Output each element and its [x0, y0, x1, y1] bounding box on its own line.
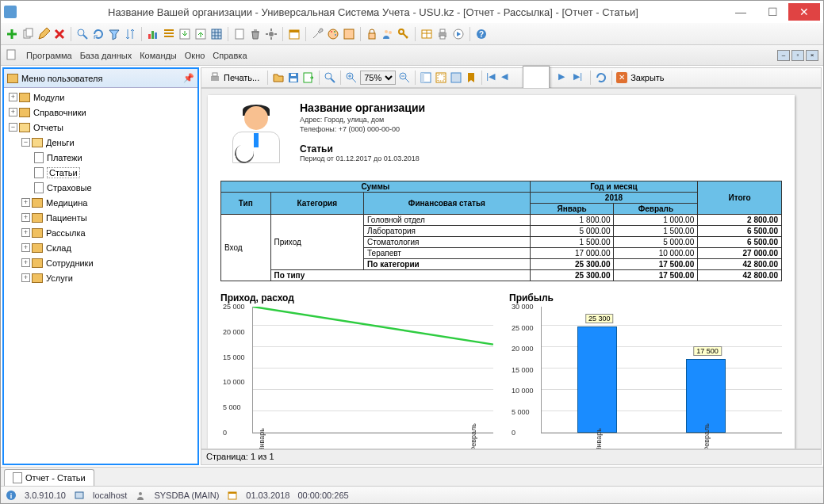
save-icon[interactable] [287, 71, 300, 84]
settings-icon[interactable] [265, 28, 278, 40]
lock-icon[interactable] [366, 28, 378, 40]
expand-icon[interactable]: + [9, 93, 17, 101]
users-icon[interactable] [381, 28, 394, 40]
trash-icon[interactable] [249, 28, 262, 40]
status-bar: i 3.0.910.10 localhost SYSDBA (MAIN) 01.… [1, 486, 823, 503]
tree-reports[interactable]: −Отчеты [6, 120, 196, 135]
tools-icon[interactable] [311, 28, 324, 40]
tree-mailing[interactable]: +Рассылка [6, 225, 196, 240]
tree-payments[interactable]: Платежи [6, 150, 196, 165]
menu-help[interactable]: Справка [213, 51, 247, 60]
sidebar-header: Меню пользователя 📌 [4, 69, 197, 88]
refresh-icon[interactable] [92, 28, 105, 40]
palette-icon[interactable] [327, 28, 339, 40]
refresh-report-icon[interactable] [595, 71, 607, 84]
chart-icon[interactable] [147, 28, 159, 40]
tree-services[interactable]: +Услуги [6, 270, 196, 285]
minimize-button[interactable]: — [725, 3, 757, 21]
expand-icon[interactable]: + [21, 273, 30, 282]
zoom-out-icon[interactable] [398, 71, 411, 84]
expand-icon[interactable]: + [9, 108, 17, 116]
report-viewport[interactable]: Название организации Адрес: Город, улица… [201, 88, 822, 449]
import-icon[interactable] [194, 28, 207, 40]
tree-medicine[interactable]: +Медицина [6, 195, 196, 210]
line-chart: Приход, расход 0 5 000 10 000 15 000 20 … [220, 292, 493, 433]
bookmarks-icon[interactable] [465, 71, 477, 84]
svg-rect-1 [26, 29, 33, 36]
folder-open-icon [32, 138, 43, 147]
zoom-icon[interactable] [345, 71, 358, 84]
view-icon[interactable] [450, 71, 462, 84]
expand-icon[interactable]: + [21, 243, 30, 252]
tree-staff[interactable]: +Сотрудники [6, 255, 196, 270]
expand-icon[interactable]: + [21, 198, 30, 207]
layout-icon[interactable] [420, 71, 432, 84]
search-icon[interactable] [76, 28, 89, 40]
tree-articles[interactable]: Статьи [6, 165, 196, 180]
mdi-restore-button[interactable]: ▫ [791, 50, 804, 61]
svg-rect-31 [213, 73, 217, 76]
copy-icon[interactable] [21, 28, 34, 40]
svg-rect-43 [451, 73, 461, 82]
tree-refs[interactable]: +Справочники [6, 105, 196, 120]
menu-commands[interactable]: Команды [140, 51, 177, 60]
tree-warehouse[interactable]: +Склад [6, 240, 196, 255]
margins-icon[interactable] [435, 71, 447, 84]
tab-report-articles[interactable]: Отчет - Статьи [4, 469, 94, 486]
filter-icon[interactable] [108, 28, 121, 40]
help-icon[interactable]: ? [475, 28, 488, 40]
svg-rect-5 [155, 32, 157, 39]
design-icon[interactable] [343, 28, 355, 40]
tree-money[interactable]: −Деньги [6, 135, 196, 150]
svg-rect-46 [75, 492, 83, 498]
svg-point-10 [269, 32, 274, 36]
expand-icon[interactable]: + [21, 228, 30, 237]
mdi-close-button[interactable]: × [806, 50, 818, 61]
export-icon[interactable] [178, 28, 191, 40]
close-report-button[interactable]: ✕Закрыть [616, 72, 664, 83]
key-icon[interactable] [397, 28, 410, 40]
export-icon[interactable] [302, 71, 315, 84]
play-icon[interactable] [452, 28, 465, 40]
print-button[interactable]: Печать... [205, 69, 263, 86]
close-button[interactable]: ✕ [788, 3, 820, 21]
add-icon[interactable] [6, 28, 18, 40]
bar [577, 326, 617, 433]
delete-icon[interactable] [53, 28, 66, 40]
first-page-icon[interactable]: |◀ [486, 71, 499, 84]
open-icon[interactable] [272, 71, 285, 84]
tree-patients[interactable]: +Пациенты [6, 210, 196, 225]
tree-insurance[interactable]: Страховые [6, 180, 196, 195]
expand-icon[interactable]: + [21, 213, 30, 222]
menu-program[interactable]: Программа [26, 51, 72, 60]
pin-icon[interactable]: 📌 [183, 73, 194, 83]
svg-rect-8 [212, 29, 221, 39]
expand-icon[interactable]: + [21, 258, 30, 267]
list-icon[interactable] [163, 28, 175, 40]
last-page-icon[interactable]: ▶| [573, 71, 586, 84]
maximize-button[interactable]: ☐ [757, 3, 788, 21]
org-address: Адрес: Город, улица, дом [300, 116, 425, 125]
printer-icon [209, 71, 221, 84]
tree-modules[interactable]: +Модули [6, 90, 196, 105]
next-page-icon[interactable]: ▶ [558, 71, 571, 84]
status-date: 01.03.2018 [246, 491, 289, 500]
sort-icon[interactable] [124, 28, 136, 40]
collapse-icon[interactable]: − [9, 123, 17, 132]
collapse-icon[interactable]: − [21, 138, 30, 147]
template-icon[interactable] [233, 28, 246, 40]
find-icon[interactable] [324, 71, 336, 84]
calendar-icon[interactable] [288, 28, 301, 40]
edit-icon[interactable] [37, 28, 50, 40]
table-icon[interactable] [420, 28, 433, 40]
zoom-select[interactable]: 75% [360, 71, 396, 85]
grid-export-icon[interactable] [210, 28, 223, 40]
print-icon[interactable] [436, 28, 449, 40]
menu-window[interactable]: Окно [185, 51, 205, 60]
page-input[interactable] [523, 66, 550, 90]
document-tabs: Отчет - Статьи [1, 467, 823, 486]
mdi-minimize-button[interactable]: – [777, 50, 790, 61]
svg-text:i: i [10, 492, 13, 500]
prev-page-icon[interactable]: ◀ [501, 71, 514, 84]
menu-database[interactable]: База данных [80, 51, 132, 60]
